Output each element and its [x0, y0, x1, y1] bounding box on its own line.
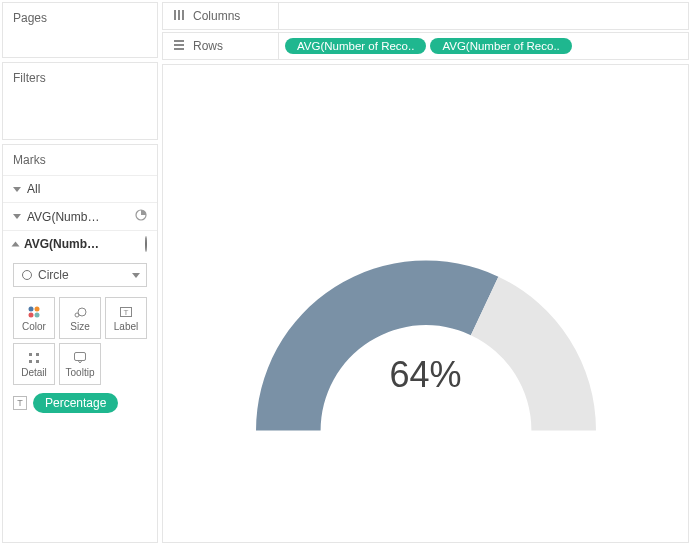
tooltip-button[interactable]: Tooltip	[59, 343, 101, 385]
mark-type-selector[interactable]: Circle	[13, 263, 147, 287]
marks-row-avg2-label: AVG(Numb…	[24, 237, 99, 251]
size-button[interactable]: Size	[59, 297, 101, 339]
svg-rect-10	[36, 353, 39, 356]
marks-row-avg2[interactable]: AVG(Numb…	[3, 230, 157, 257]
rows-icon	[173, 39, 185, 54]
rows-drop-area[interactable]: AVG(Number of Reco.. AVG(Number of Reco.…	[279, 33, 688, 59]
svg-rect-16	[182, 10, 184, 20]
rows-pill-2[interactable]: AVG(Number of Reco..	[430, 38, 571, 54]
svg-point-2	[35, 306, 40, 311]
pages-title: Pages	[3, 3, 157, 33]
svg-rect-14	[174, 10, 176, 20]
svg-rect-17	[174, 40, 184, 42]
label-t-icon: T	[13, 396, 27, 410]
circle-icon	[22, 270, 32, 280]
marks-title: Marks	[3, 145, 157, 175]
marks-card: Marks All AVG(Numb… AVG(Numb… Circle	[2, 144, 158, 543]
gauge-chart	[246, 240, 606, 443]
color-button[interactable]: Color	[13, 297, 55, 339]
percentage-pill[interactable]: Percentage	[33, 393, 118, 413]
size-icon	[73, 305, 87, 319]
detail-button-label: Detail	[21, 367, 47, 378]
filters-title: Filters	[3, 63, 157, 93]
columns-icon	[173, 9, 185, 24]
marks-row-avg1-label: AVG(Numb…	[27, 210, 99, 224]
circle-icon	[145, 237, 147, 251]
svg-rect-15	[178, 10, 180, 20]
rows-pill-1[interactable]: AVG(Number of Reco..	[285, 38, 426, 54]
chevron-down-icon	[13, 214, 21, 219]
columns-shelf[interactable]: Columns	[162, 2, 689, 30]
svg-rect-13	[75, 352, 86, 360]
rows-label: Rows	[193, 39, 223, 53]
marks-row-avg1[interactable]: AVG(Numb…	[3, 202, 157, 230]
label-button[interactable]: T Label	[105, 297, 147, 339]
svg-rect-18	[174, 44, 184, 46]
tooltip-button-label: Tooltip	[66, 367, 95, 378]
filters-shelf[interactable]: Filters	[2, 62, 158, 140]
detail-icon	[27, 351, 41, 365]
rows-shelf[interactable]: Rows AVG(Number of Reco.. AVG(Number of …	[162, 32, 689, 60]
svg-rect-11	[29, 360, 32, 363]
color-icon	[27, 305, 41, 319]
color-button-label: Color	[22, 321, 46, 332]
svg-text:T: T	[124, 308, 129, 317]
svg-rect-9	[29, 353, 32, 356]
svg-rect-12	[36, 360, 39, 363]
chevron-up-icon	[12, 242, 20, 247]
label-button-label: Label	[114, 321, 138, 332]
tooltip-icon	[73, 351, 87, 365]
gauge-center-label: 64%	[389, 354, 461, 396]
svg-point-6	[78, 308, 86, 316]
size-button-label: Size	[70, 321, 89, 332]
label-icon: T	[119, 305, 133, 319]
marks-row-all[interactable]: All	[3, 175, 157, 202]
pie-icon	[135, 209, 147, 224]
marks-row-all-label: All	[27, 182, 40, 196]
chevron-down-icon	[132, 273, 140, 278]
mark-type-label: Circle	[38, 268, 69, 282]
pages-shelf[interactable]: Pages	[2, 2, 158, 58]
detail-button[interactable]: Detail	[13, 343, 55, 385]
svg-point-3	[29, 312, 34, 317]
columns-drop-area[interactable]	[279, 3, 688, 29]
chevron-down-icon	[13, 187, 21, 192]
svg-point-4	[35, 312, 40, 317]
svg-rect-19	[174, 48, 184, 50]
visualization-canvas[interactable]: 64%	[162, 64, 689, 543]
columns-label: Columns	[193, 9, 240, 23]
svg-point-1	[29, 306, 34, 311]
